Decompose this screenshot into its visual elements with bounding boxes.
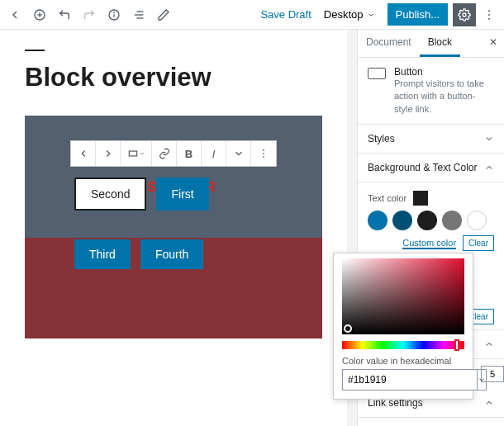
block-toolbar: B I [70,140,277,167]
hex-toggle-icon[interactable] [478,369,487,390]
hex-input[interactable] [342,369,478,390]
saturation-handle[interactable] [344,324,352,333]
toolbar-italic-icon[interactable]: I [202,141,226,166]
cover-block[interactable]: STRANGERTHINGS B I Second First Third Fo… [25,116,322,338]
swatch-1[interactable] [368,211,388,230]
toolbar-more-icon[interactable] [251,141,276,166]
block-description: Prompt visitors to take action with a bu… [394,78,494,116]
svg-point-10 [488,10,490,12]
toolbar-bold-icon[interactable]: B [177,141,202,166]
swatch-5[interactable] [467,211,487,230]
save-draft-button[interactable]: Save Draft [260,8,311,21]
edit-icon[interactable] [155,7,172,23]
toolbar-link-icon[interactable] [152,141,177,166]
panel-bg-text-label: Background & Text Color [368,162,478,173]
chevron-up-icon [484,398,494,408]
toolbar-prev-icon[interactable] [71,141,96,166]
svg-point-5 [114,12,115,13]
hue-slider[interactable] [342,341,464,349]
swatch-3[interactable] [417,211,437,230]
chevron-up-icon [484,163,494,173]
chevron-down-icon [484,134,494,144]
toolbar-chevron-down-icon[interactable] [226,141,251,166]
svg-point-11 [488,14,490,16]
clear-text-color-button[interactable]: Clear [463,235,494,251]
add-block-icon[interactable] [31,7,48,23]
button-third[interactable]: Third [74,239,131,269]
swatch-2[interactable] [392,211,412,230]
settings-button[interactable] [453,3,476,26]
svg-point-15 [263,153,264,154]
text-color-label: Text color [368,193,407,203]
toolbar-next-icon[interactable] [96,141,121,166]
title-separator [25,50,45,51]
block-name: Button [394,66,494,78]
tab-block[interactable]: Block [420,30,460,57]
button-first[interactable]: First [156,178,208,211]
svg-point-16 [263,156,264,158]
back-icon[interactable] [7,7,23,23]
outline-icon[interactable] [131,7,147,23]
preview-mode-label: Desktop [324,8,364,21]
block-info: Button Prompt visitors to take action wi… [358,58,504,125]
current-text-color-swatch [413,191,428,206]
undo-icon[interactable] [56,7,73,23]
svg-point-14 [263,149,264,151]
button-second[interactable]: Second [74,178,146,211]
editor-toolbar: Save Draft Desktop Publish... [0,0,504,30]
panel-styles-label: Styles [368,133,395,144]
preview-dropdown[interactable]: Desktop [316,4,383,25]
more-icon[interactable] [481,7,497,23]
custom-color-link[interactable]: Custom color [402,238,456,249]
panel-bg-text-color[interactable]: Background & Text Color [358,154,504,182]
panel-styles[interactable]: Styles [358,125,504,154]
chevron-up-icon [484,339,494,349]
publish-button[interactable]: Publish... [388,3,448,26]
close-sidebar-icon[interactable]: ✕ [483,30,504,57]
editor-canvas[interactable]: Block overview STRANGERTHINGS B I Second… [0,30,347,426]
info-icon[interactable] [106,7,122,23]
button-fourth[interactable]: Fourth [140,239,203,269]
toolbar-align-icon[interactable] [121,141,152,166]
hue-handle[interactable] [454,339,459,351]
hex-label: Color value in hexadecimal [342,356,464,366]
tab-document[interactable]: Document [358,30,420,57]
svg-point-12 [488,17,490,19]
svg-point-9 [463,13,466,17]
button-block-icon [368,68,386,79]
redo-icon[interactable] [81,7,97,23]
svg-rect-13 [129,151,136,156]
saturation-picker[interactable] [342,258,464,334]
page-title[interactable]: Block overview [25,63,322,92]
swatch-4[interactable] [442,211,462,230]
settings-sidebar: Document Block ✕ Button Prompt visitors … [357,30,504,426]
color-swatches [368,211,494,230]
color-picker-popover: Color value in hexadecimal [333,253,473,400]
